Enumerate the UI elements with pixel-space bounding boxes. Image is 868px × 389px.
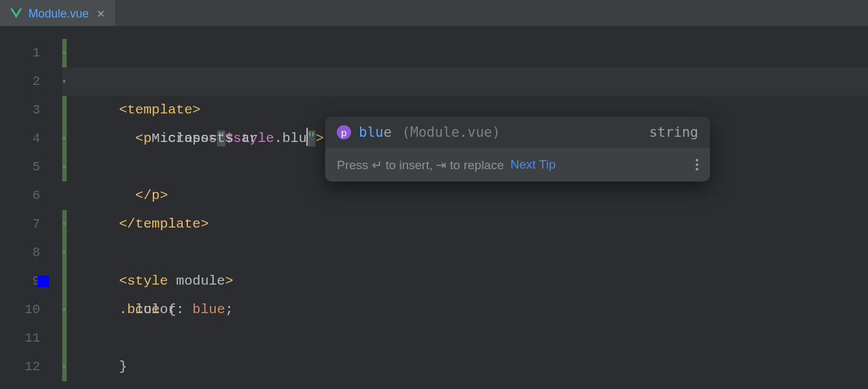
code-line-active[interactable]: ▸ <p :class="$style.blu"> (62, 67, 868, 96)
hint-text: Press ↵ to insert, ⇥ to replace (337, 158, 504, 172)
code-line[interactable]: ▸ } (62, 296, 868, 324)
hint-suffix: to replace (446, 158, 504, 172)
code-line[interactable]: ▸ <style module> (62, 210, 868, 239)
completion-source: (Module.vue) (402, 124, 501, 140)
code-line[interactable]: ▸ <template> (62, 39, 868, 67)
completion-type: string (649, 124, 698, 140)
line-number: 3 (0, 96, 62, 124)
fold-icon[interactable]: ▸ (59, 220, 69, 229)
completion-rest: e (383, 124, 392, 140)
close-icon[interactable]: ✕ (95, 8, 106, 20)
line-number: 6 (0, 182, 62, 210)
code-area[interactable]: ▸ <template> ▸ <p :class="$style.blu"> M… (62, 26, 868, 389)
fold-icon[interactable]: ▸ (59, 248, 69, 257)
vue-file-icon (10, 8, 22, 19)
completion-popup: p blue (Module.vue) string Press ↵ to in… (325, 117, 710, 182)
editor[interactable]: 1 2 3 4 5 6 7 8 9 10 11 12 ▸ <template> … (0, 26, 868, 389)
fold-icon[interactable]: ▸ (59, 77, 69, 86)
hint-prefix: Press (337, 158, 372, 172)
enter-key-icon: ↵ (372, 158, 382, 172)
code-line[interactable]: ▸ .blue { (62, 239, 868, 267)
hint-mid: to insert, (382, 158, 436, 172)
tab-bar: Module.vue ✕ (0, 0, 868, 26)
property-icon: p (337, 125, 351, 139)
code-line[interactable]: ▸ </style> (62, 353, 868, 381)
more-icon[interactable] (696, 159, 698, 171)
code-line[interactable] (62, 182, 868, 210)
file-tab[interactable]: Module.vue ✕ (0, 0, 115, 26)
fold-icon[interactable]: ▸ (59, 362, 69, 371)
completion-match: blu (359, 124, 383, 140)
code-line[interactable]: color: blue; (62, 267, 868, 296)
next-tip-link[interactable]: Next Tip (510, 158, 556, 172)
completion-name: blue (359, 124, 392, 140)
fold-icon[interactable]: ▸ (59, 134, 69, 143)
tab-filename: Module.vue (29, 7, 89, 21)
fold-icon[interactable]: ▸ (59, 49, 69, 58)
fold-icon[interactable]: ▸ (59, 305, 69, 314)
code-line[interactable] (62, 324, 868, 353)
tab-key-icon: ⇥ (436, 158, 446, 172)
completion-item[interactable]: p blue (Module.vue) string (325, 117, 710, 148)
line-number: 9 (0, 267, 62, 296)
line-number: 11 (0, 324, 62, 353)
color-swatch[interactable] (38, 276, 49, 287)
fold-icon[interactable]: ▸ (59, 163, 69, 172)
completion-footer: Press ↵ to insert, ⇥ to replace Next Tip (325, 148, 710, 182)
